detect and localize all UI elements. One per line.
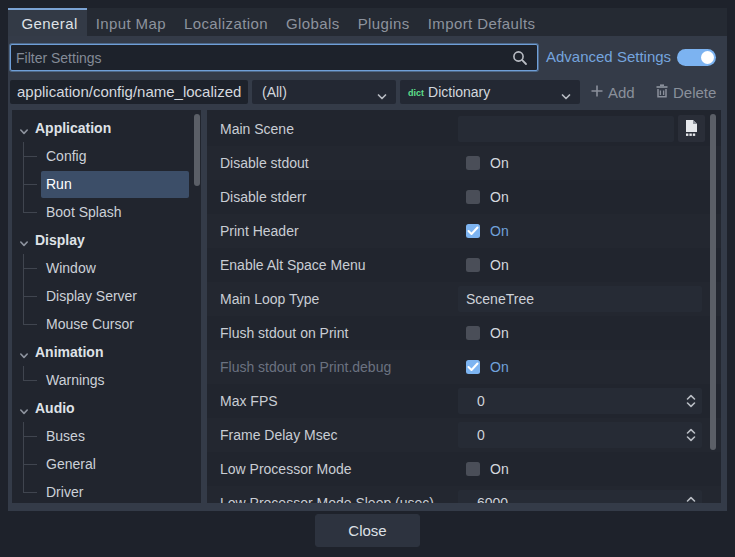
- tree-item-run[interactable]: Run: [12, 170, 201, 198]
- plus-icon: [590, 84, 604, 101]
- advanced-settings-toggle[interactable]: [677, 49, 716, 66]
- chevron-down-icon: [19, 404, 29, 420]
- tree-item-label: General: [46, 456, 96, 472]
- tree-guide-line: [23, 492, 37, 493]
- property-text-field[interactable]: SceneTree: [458, 286, 702, 312]
- property-label: Disable stdout: [220, 155, 309, 171]
- checkbox[interactable]: [466, 462, 480, 476]
- tree-item-buses[interactable]: Buses: [12, 422, 201, 450]
- checkbox[interactable]: [466, 360, 480, 374]
- tree-section-label: Audio: [35, 400, 75, 416]
- tree-section-animation[interactable]: Animation: [12, 338, 201, 366]
- tree-item-label: Buses: [46, 428, 85, 444]
- tree-item-mouse-cursor[interactable]: Mouse Cursor: [12, 310, 201, 338]
- checkbox[interactable]: [466, 326, 480, 340]
- property-row-frame-delay-msec: Frame Delay Msec0: [207, 418, 721, 452]
- property-spinbox[interactable]: 0: [458, 422, 702, 448]
- tree-guide-line: [23, 296, 37, 297]
- search-placeholder: Filter Settings: [16, 50, 102, 66]
- dictionary-type-icon: dict: [408, 81, 424, 105]
- tab-general[interactable]: General: [8, 8, 87, 36]
- spinbox-updown-icon[interactable]: [684, 393, 698, 413]
- property-path-input[interactable]: application/config/name_localized: [10, 80, 248, 104]
- feature-override-dropdown[interactable]: (All): [252, 80, 396, 104]
- tab-import-defaults[interactable]: Import Defaults: [419, 8, 545, 36]
- property-row-flush-stdout-on-print: Flush stdout on PrintOn: [207, 316, 721, 350]
- checkbox-on-label: On: [490, 461, 509, 477]
- tab-label: Plugins: [358, 15, 410, 32]
- chevron-down-icon: [19, 348, 29, 364]
- property-row-disable-stderr: Disable stderrOn: [207, 180, 721, 214]
- property-label: Flush stdout on Print.debug: [220, 359, 391, 375]
- tree-rows: ApplicationConfigRunBoot SplashDisplayWi…: [12, 114, 201, 503]
- tree-section-audio[interactable]: Audio: [12, 394, 201, 422]
- tree-guide-line: [23, 156, 37, 157]
- tree-guide-line: [23, 436, 37, 437]
- tree-section-application[interactable]: Application: [12, 114, 201, 142]
- tab-label: Globals: [286, 15, 340, 32]
- property-row-flush-stdout-on-print-debug: Flush stdout on Print.debugOn: [207, 350, 721, 384]
- tab-label: Localization: [184, 15, 268, 32]
- checkbox[interactable]: [466, 258, 480, 272]
- tree-item-warnings[interactable]: Warnings: [12, 366, 201, 394]
- tree-item-boot-splash[interactable]: Boot Splash: [12, 198, 201, 226]
- tree-item-label: Run: [46, 176, 72, 192]
- file-browse-button[interactable]: [678, 115, 705, 142]
- tree-item-label: Warnings: [46, 372, 105, 388]
- settings-panel: Filter Settings Advanced Settings applic…: [8, 36, 727, 511]
- tree-guide-line: [23, 268, 37, 269]
- tab-globals[interactable]: Globals: [277, 8, 349, 36]
- tree-section-label: Display: [35, 232, 85, 248]
- tree-item-label: Driver: [46, 484, 83, 500]
- checkbox-on-label: On: [490, 359, 509, 375]
- tab-input-map[interactable]: Input Map: [87, 8, 175, 36]
- property-label: Main Loop Type: [220, 291, 319, 307]
- property-label: Print Header: [220, 223, 299, 239]
- chevron-down-icon: [376, 86, 388, 110]
- checkbox-on-label: On: [490, 155, 509, 171]
- advanced-settings-label: Advanced Settings: [546, 48, 671, 65]
- chevron-down-icon: [19, 236, 29, 252]
- tree-guide-line: [23, 366, 24, 380]
- spinbox-updown-icon[interactable]: [684, 427, 698, 447]
- property-spinbox[interactable]: 6000: [458, 490, 702, 503]
- property-row-low-processor-mode-sleep-usec: Low Processor Mode Sleep (usec)6000: [207, 486, 721, 503]
- checkbox[interactable]: [466, 156, 480, 170]
- property-row-enable-alt-space-menu: Enable Alt Space MenuOn: [207, 248, 721, 282]
- tree-section-label: Animation: [35, 344, 103, 360]
- checkbox[interactable]: [466, 190, 480, 204]
- property-label: Low Processor Mode: [220, 461, 352, 477]
- type-dropdown[interactable]: dictDictionary: [400, 80, 580, 104]
- tree-section-display[interactable]: Display: [12, 226, 201, 254]
- tree-guide-line: [23, 324, 37, 325]
- tree-item-display-server[interactable]: Display Server: [12, 282, 201, 310]
- tree-scrollbar[interactable]: [194, 114, 200, 186]
- search-input[interactable]: Filter Settings: [10, 44, 538, 71]
- tab-bar: GeneralInput MapLocalizationGlobalsPlugi…: [8, 8, 727, 36]
- tree-item-driver[interactable]: Driver: [12, 478, 201, 503]
- property-file-field[interactable]: [458, 116, 674, 142]
- tree-item-window[interactable]: Window: [12, 254, 201, 282]
- inspector-scrollbar[interactable]: [710, 114, 716, 450]
- tree-guide-line: [23, 212, 37, 213]
- chevron-down-icon: [19, 124, 29, 140]
- tab-localization[interactable]: Localization: [175, 8, 277, 36]
- tree-guide-line: [23, 380, 37, 381]
- tab-plugins[interactable]: Plugins: [349, 8, 419, 36]
- trash-icon: [655, 84, 669, 101]
- add-button[interactable]: Add: [590, 80, 635, 104]
- type-dropdown-value: Dictionary: [428, 84, 490, 100]
- toggle-knob: [701, 51, 714, 64]
- property-row-print-header: Print HeaderOn: [207, 214, 721, 248]
- tree-guide-line: [23, 464, 37, 465]
- tree-item-config[interactable]: Config: [12, 142, 201, 170]
- property-label: Low Processor Mode Sleep (usec): [220, 495, 434, 503]
- close-button[interactable]: Close: [315, 514, 420, 547]
- checkbox[interactable]: [466, 224, 480, 238]
- property-spinbox[interactable]: 0: [458, 388, 702, 414]
- tab-label: Import Defaults: [428, 15, 536, 32]
- delete-button[interactable]: Delete: [655, 80, 716, 104]
- tree-item-general[interactable]: General: [12, 450, 201, 478]
- spinbox-updown-icon[interactable]: [684, 495, 698, 503]
- tree-guide-line: [23, 478, 24, 492]
